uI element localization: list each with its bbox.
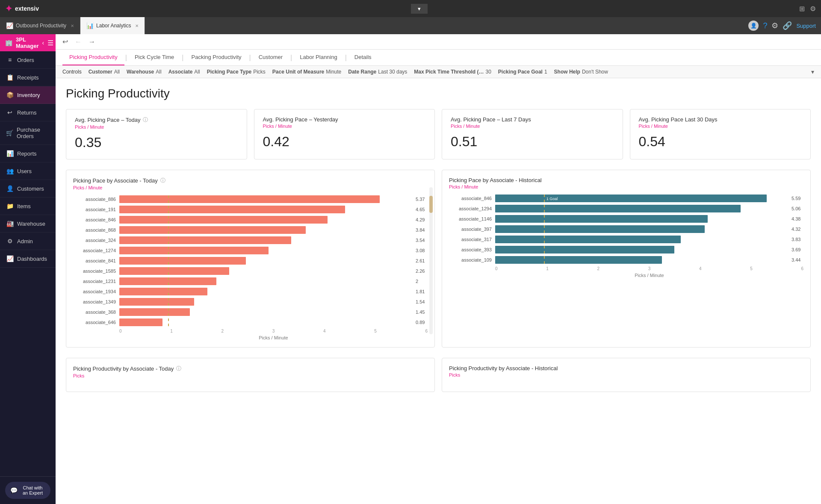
bar-value: 3.08 xyxy=(416,248,428,253)
outbound-tab-label: Outbound Productivity xyxy=(16,23,66,29)
sidebar-item-inventory[interactable]: 📦 Inventory xyxy=(0,86,56,104)
items-icon: 📁 xyxy=(6,203,14,209)
filter-show-help[interactable]: Show Help Don't Show xyxy=(554,69,608,75)
x-tick: 5 xyxy=(750,266,753,271)
sidebar-item-returns[interactable]: ↩ Returns xyxy=(0,104,56,121)
sidebar-item-purchase-orders[interactable]: 🛒 Purchase Orders xyxy=(0,121,56,145)
admin-icon: ⚙ xyxy=(6,238,14,245)
toolbar: ↩ ← → xyxy=(56,34,821,50)
maxpick-filter-label: Max Pick Time Threshold (… xyxy=(414,69,484,75)
bar-fill xyxy=(119,318,162,326)
filter-customer[interactable]: Customer All xyxy=(89,69,120,75)
filter-picking-pace-goal[interactable]: Picking Pace Goal 1 xyxy=(498,69,547,75)
sidebar-header: 🏢 3PL Manager ‹ ☰ xyxy=(0,34,56,51)
daterange-filter-label: Date Range xyxy=(348,69,376,75)
bar-fill xyxy=(119,195,380,203)
filter-picking-pace-type[interactable]: Picking Pace Type Picks xyxy=(207,69,266,75)
tab-sep-2: | xyxy=(181,54,184,62)
sidebar-footer: 💬 Chat with an Expert xyxy=(0,476,56,504)
bar-label: associate_368 xyxy=(73,309,116,315)
filter-associate[interactable]: Associate All xyxy=(168,69,200,75)
tab-labor-analytics[interactable]: 📊 Labor Analytics ✕ xyxy=(80,17,145,34)
bar-row: associate_8683.84 xyxy=(73,226,428,234)
metric-today-info-icon[interactable]: ⓘ xyxy=(143,116,148,124)
reports-icon: 📊 xyxy=(6,150,14,157)
grid-icon[interactable]: ⊞ xyxy=(799,5,805,13)
bar-row: associate_1093.44 xyxy=(449,256,803,264)
support-link[interactable]: Support xyxy=(796,23,816,29)
filter-max-pick-time[interactable]: Max Pick Time Threshold (… 30 xyxy=(414,69,491,75)
bottom-today-info-icon[interactable]: ⓘ xyxy=(176,365,181,372)
chat-expert-button[interactable]: 💬 Chat with an Expert xyxy=(5,482,50,499)
sidebar-item-customers[interactable]: 👤 Customers xyxy=(0,180,56,197)
paceunit-filter-value: Minute xyxy=(326,69,341,75)
tab-picking-productivity[interactable]: Picking Productivity xyxy=(62,50,124,65)
bar-container xyxy=(495,225,786,233)
tab-details[interactable]: Details xyxy=(348,50,378,65)
help-icon[interactable]: ? xyxy=(763,21,767,30)
sidebar-item-admin[interactable]: ⚙ Admin xyxy=(0,233,56,250)
filter-pace-unit[interactable]: Pace Unit of Measure Minute xyxy=(272,69,341,75)
bar-label: associate_393 xyxy=(449,247,492,252)
settings-icon[interactable]: ⚙ xyxy=(810,5,816,13)
tab-labor-planning[interactable]: Labor Planning xyxy=(293,50,344,65)
chat-expert-label: Chat with an Expert xyxy=(20,485,45,495)
today-chart-scrollbar[interactable] xyxy=(429,187,433,334)
forward-button[interactable]: → xyxy=(87,37,97,47)
bar-value: 1.54 xyxy=(416,299,428,304)
receipts-icon: 📋 xyxy=(6,74,14,81)
filter-controls[interactable]: Controls xyxy=(62,69,82,75)
tab-pick-cycle-time[interactable]: Pick Cycle Time xyxy=(128,50,181,65)
sidebar: 🏢 3PL Manager ‹ ☰ ≡ Orders 📋 Receipts 📦 … xyxy=(0,34,56,504)
sidebar-item-purchase-orders-label: Purchase Orders xyxy=(17,127,50,139)
tab-outbound[interactable]: 📈 Outbound Productivity ✕ xyxy=(0,17,80,34)
sidebar-item-reports[interactable]: 📊 Reports xyxy=(0,145,56,162)
sidebar-collapse-button[interactable]: ‹ xyxy=(42,39,44,46)
bar-fill xyxy=(495,236,681,243)
top-dropdown-button[interactable]: ▾ xyxy=(411,4,428,14)
sidebar-item-dashboards[interactable]: 📈 Dashboards xyxy=(0,250,56,268)
bar-label: associate_397 xyxy=(449,227,492,232)
historical-chart-x-label: Picks / Minute xyxy=(449,273,803,278)
filter-date-range[interactable]: Date Range Last 30 days xyxy=(348,69,407,75)
historical-chart-subtitle: Picks / Minute xyxy=(449,184,803,189)
labor-tab-close[interactable]: ✕ xyxy=(135,24,139,28)
sidebar-item-orders[interactable]: ≡ Orders xyxy=(0,51,56,69)
tab-customer[interactable]: Customer xyxy=(252,50,289,65)
metric-yesterday-title: Avg. Picking Pace – Yesterday xyxy=(263,116,426,123)
warehouse-filter-label: Warehouse xyxy=(127,69,154,75)
today-chart-scrollbar-thumb[interactable] xyxy=(429,196,433,213)
external-link-icon[interactable]: 🔗 xyxy=(783,21,792,30)
tab-packing-productivity[interactable]: Packing Productivity xyxy=(185,50,248,65)
bar-container xyxy=(495,205,786,212)
maxpick-filter-value: 30 xyxy=(486,69,491,75)
user-avatar: 👤 xyxy=(748,21,759,31)
today-chart-title: Picking Pace by Associate - Today ⓘ xyxy=(73,177,428,184)
bar-label: associate_1146 xyxy=(449,216,492,221)
sidebar-menu-button[interactable]: ☰ xyxy=(47,39,53,47)
bar-row: associate_3173.83 xyxy=(449,236,803,243)
bar-container: 1 Goal xyxy=(495,195,786,202)
sidebar-item-items[interactable]: 📁 Items xyxy=(0,197,56,215)
sidebar-item-receipts[interactable]: 📋 Receipts xyxy=(0,69,56,86)
3pl-icon: 🏢 xyxy=(5,39,12,46)
x-tick: 5 xyxy=(374,329,377,333)
page-content: Picking Productivity Avg. Picking Pace –… xyxy=(56,78,821,504)
bar-value: 3.44 xyxy=(791,257,803,262)
bar-label: associate_1294 xyxy=(449,206,492,211)
metric-yesterday-subtitle: Picks / Minute xyxy=(263,124,426,129)
undo-button[interactable]: ↩ xyxy=(61,37,70,47)
sidebar-item-users[interactable]: 👥 Users xyxy=(0,162,56,180)
extensiv-logo-icon: ✦ xyxy=(5,3,12,14)
back-button[interactable]: ← xyxy=(73,37,83,47)
settings-cog-icon[interactable]: ⚙ xyxy=(771,21,778,30)
sidebar-item-warehouse[interactable]: 🏭 Warehouse xyxy=(0,215,56,233)
filter-expand-button[interactable]: ▾ xyxy=(811,68,814,75)
today-chart-info-icon[interactable]: ⓘ xyxy=(160,177,165,184)
filter-warehouse[interactable]: Warehouse All xyxy=(127,69,162,75)
outbound-tab-close[interactable]: ✕ xyxy=(71,24,74,28)
bar-label: associate_1274 xyxy=(73,248,116,253)
associate-filter-label: Associate xyxy=(168,69,193,75)
bar-label: associate_109 xyxy=(449,257,492,262)
bottom-today-subtitle: Picks xyxy=(73,373,428,378)
